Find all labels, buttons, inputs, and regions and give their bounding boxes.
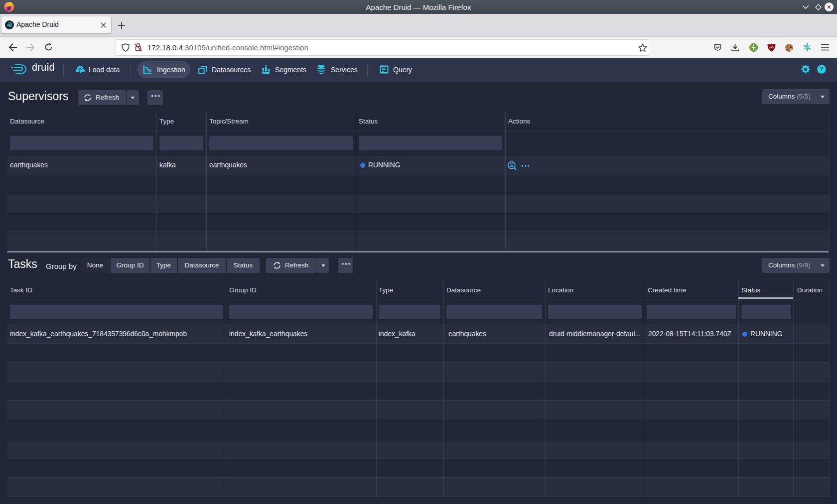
svg-text:?: ? <box>820 66 823 73</box>
svg-text:uO: uO <box>769 46 774 49</box>
